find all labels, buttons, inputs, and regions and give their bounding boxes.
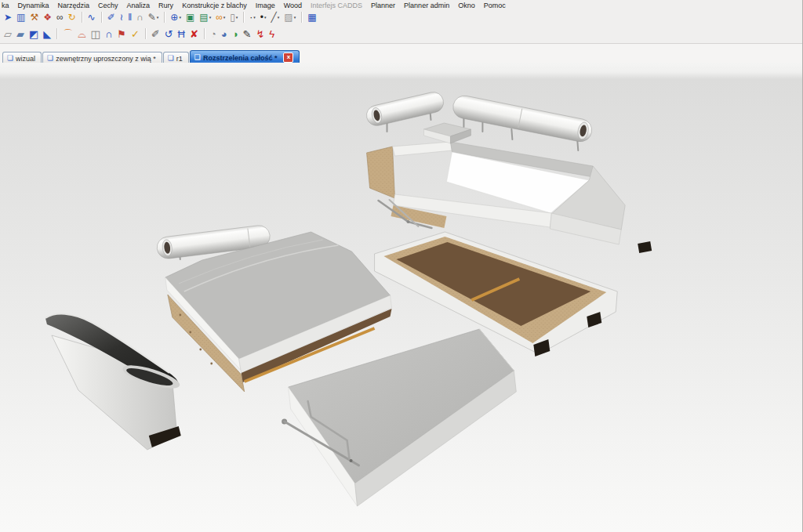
- loop-curve-icon: ↺: [165, 29, 173, 39]
- arch-button[interactable]: ∩: [103, 27, 114, 42]
- menu-bar: kaDynamikaNarzędziaCechyAnalizaRuryKonst…: [0, 0, 802, 9]
- document-icon: ❏: [194, 54, 201, 61]
- boolean-button[interactable]: ◫: [89, 27, 103, 42]
- toolbar-main: ➤▥⚒❖∞↻∿✐≀‖∩✎▾⊕▾▣▤▾∞▾▯▾·▾•▾╱▾▨▾▦: [0, 9, 802, 24]
- magnet-icon: ∩: [136, 13, 144, 22]
- toolbar-separator: [164, 12, 165, 23]
- bolt-icon: ↯: [256, 29, 264, 39]
- dropdown-arrow-icon[interactable]: ▾: [278, 15, 280, 20]
- menu-item-planner[interactable]: Planner: [371, 2, 395, 9]
- fit-view-button[interactable]: ▣: [183, 9, 197, 24]
- dropdown-arrow-icon[interactable]: ▾: [179, 15, 181, 20]
- tab-label: Rozstrzelenia całość *: [203, 54, 278, 62]
- menu-item-planner-admin[interactable]: Planner admin: [404, 2, 449, 9]
- check-curve-icon: ✓: [131, 29, 140, 39]
- components-button[interactable]: ❖: [41, 9, 54, 24]
- menu-item-wood[interactable]: Wood: [284, 2, 302, 9]
- menu-item-ka[interactable]: ka: [2, 2, 9, 9]
- menu-item-rury[interactable]: Rury: [158, 2, 173, 9]
- tab-close-button[interactable]: x: [283, 52, 293, 63]
- screen-icon: ▤: [199, 13, 208, 22]
- view-sphere-button[interactable]: ↻: [66, 9, 78, 24]
- delete-button[interactable]: ✘: [187, 27, 201, 42]
- toolbar-separator: [301, 12, 302, 23]
- point-style-small-button[interactable]: ·▾: [247, 9, 258, 24]
- dropdown-arrow-icon[interactable]: ▾: [157, 15, 159, 20]
- slot-outline-button[interactable]: ▱: [2, 27, 14, 42]
- bom-table-button[interactable]: ▦: [305, 9, 318, 24]
- point-style-large-button[interactable]: •▾: [258, 9, 269, 24]
- menu-item-narz-dzia[interactable]: Narzędzia: [58, 2, 90, 9]
- boolean-icon: ◫: [91, 29, 100, 39]
- curve-icon: ∿: [88, 13, 96, 22]
- columns-button[interactable]: ‖: [125, 9, 134, 24]
- arch-icon: ∩: [105, 29, 112, 39]
- zoom-button[interactable]: ⊕▾: [168, 9, 183, 24]
- bolt-curve-button[interactable]: ϟ: [267, 27, 277, 42]
- tools-button[interactable]: ⚒: [27, 9, 41, 24]
- hatch-style-icon: ▨: [284, 13, 292, 22]
- viewport-3d[interactable]: [0, 63, 802, 532]
- curve-button[interactable]: ∿: [85, 9, 98, 24]
- rotate-quarter-button[interactable]: ◔: [208, 27, 219, 42]
- toolbar-gap: [0, 44, 802, 50]
- menu-item-pomoc[interactable]: Pomoc: [484, 2, 506, 9]
- rotate-quarter-icon: ◔: [210, 29, 216, 39]
- select-arrow-button[interactable]: ➤: [2, 9, 14, 24]
- chamfer-button[interactable]: ⌓: [75, 27, 88, 42]
- fin-surface-icon: ◣: [43, 29, 51, 39]
- point-style-small-icon: ·: [249, 13, 253, 22]
- dropdown-arrow-icon[interactable]: ▾: [253, 15, 256, 20]
- dropdown-arrow-icon[interactable]: ▾: [223, 15, 226, 20]
- menu-item-konstrukcje-z-blachy[interactable]: Konstrukcje z blachy: [182, 2, 247, 9]
- view-glasses-button[interactable]: ∞▾: [213, 9, 227, 24]
- dropdown-arrow-icon[interactable]: ▾: [264, 15, 267, 20]
- menu-item-image[interactable]: Image: [256, 2, 275, 9]
- menu-item-dynamika[interactable]: Dynamika: [18, 2, 49, 9]
- dropdown-arrow-icon[interactable]: ▾: [236, 15, 238, 20]
- screen-button[interactable]: ▤▾: [197, 9, 213, 24]
- level-flag-button[interactable]: ⚑: [114, 27, 129, 42]
- render-mode-icon: ▯: [230, 13, 235, 22]
- rotate-three-quarter-button[interactable]: ◕: [219, 27, 230, 42]
- dropdown-arrow-icon[interactable]: ▾: [209, 15, 212, 20]
- sketch-button[interactable]: ✎▾: [146, 9, 162, 24]
- measure-pen-button[interactable]: ✐: [149, 27, 162, 42]
- slot-filled-button[interactable]: ▰: [14, 27, 27, 42]
- document-icon: ❏: [7, 55, 13, 62]
- edit-curve-icon: ✐: [107, 13, 115, 22]
- fillet-button[interactable]: ⌒: [60, 27, 75, 42]
- loop-curve-button[interactable]: ↺: [162, 27, 176, 42]
- menu-item-interfejs-cadds[interactable]: Interfejs CADDS: [311, 2, 362, 9]
- level-flag-icon: ⚑: [117, 29, 126, 39]
- check-curve-button[interactable]: ✓: [129, 27, 142, 42]
- menu-item-cechy[interactable]: Cechy: [98, 2, 118, 9]
- binoculars-button[interactable]: ∞: [54, 9, 66, 24]
- rotate-half-button[interactable]: ◑: [230, 27, 241, 42]
- menu-item-analiza[interactable]: Analiza: [127, 2, 151, 9]
- line-style-button[interactable]: ╱▾: [269, 9, 282, 24]
- properties-button[interactable]: ▥: [14, 9, 27, 24]
- binoculars-icon: ∞: [56, 13, 64, 22]
- model-canvas[interactable]: [0, 63, 802, 532]
- toolbar-separator: [56, 28, 57, 39]
- annotate-doc-button[interactable]: ✎: [240, 27, 253, 42]
- menu-item-okno[interactable]: Okno: [458, 2, 475, 9]
- chamfer-icon: ⌓: [78, 29, 85, 39]
- bolt-button[interactable]: ↯: [253, 27, 267, 42]
- toolbar-separator: [204, 28, 205, 39]
- line-style-icon: ╱: [271, 13, 277, 22]
- fin-surface-button[interactable]: ◣: [41, 27, 53, 42]
- properties-icon: ▥: [16, 13, 25, 22]
- section-button[interactable]: Ħ: [176, 27, 187, 42]
- point-style-large-icon: •: [260, 13, 263, 22]
- hatch-style-button[interactable]: ▨▾: [282, 9, 298, 24]
- box-3d-button[interactable]: ◩: [27, 27, 41, 42]
- edit-curve-button[interactable]: ✐: [105, 9, 118, 24]
- tab-label: r1: [176, 55, 183, 63]
- bom-table-icon: ▦: [307, 13, 316, 22]
- render-mode-button[interactable]: ▯▾: [227, 9, 240, 24]
- dropdown-arrow-icon[interactable]: ▾: [294, 15, 296, 20]
- magnet-button[interactable]: ∩: [134, 9, 146, 24]
- spline-button[interactable]: ≀: [118, 9, 126, 24]
